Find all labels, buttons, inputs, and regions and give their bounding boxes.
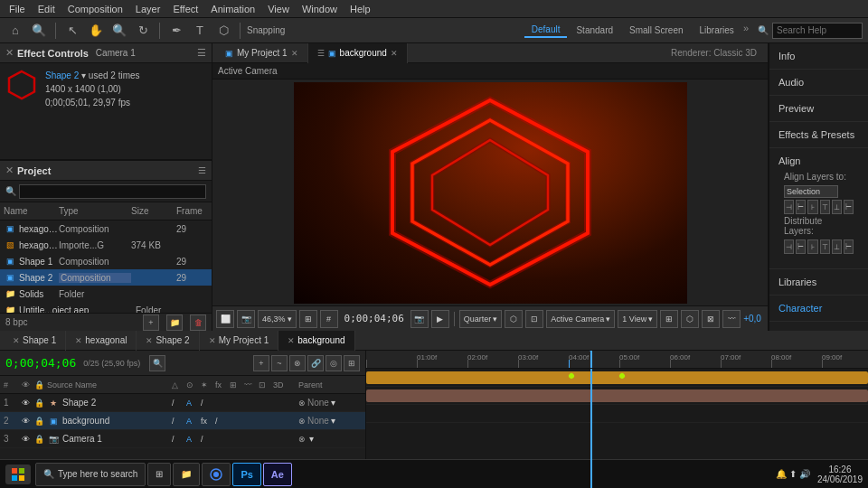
- new-folder-btn[interactable]: 📁: [166, 314, 183, 331]
- vc-snap-btn[interactable]: ⊠: [702, 310, 720, 328]
- quality-dropdown[interactable]: Quarter ▾: [459, 310, 503, 328]
- comp-tab-background[interactable]: ☰ ▣ background ✕: [308, 43, 408, 63]
- toolbar-text[interactable]: T: [190, 21, 210, 41]
- vc-fit-btn[interactable]: ⊞: [299, 310, 317, 328]
- dist-center-h-btn[interactable]: ⊢: [796, 239, 806, 254]
- track-row-3[interactable]: [366, 405, 868, 423]
- proj-item-shape2[interactable]: ▣ Shape 2 Composition 29: [0, 269, 212, 286]
- taskbar-explorer[interactable]: 📁: [173, 463, 200, 486]
- lock-1[interactable]: 🔒: [34, 399, 47, 408]
- ec-menu[interactable]: ☰: [197, 47, 206, 59]
- proj-item-hexagonal[interactable]: ▣ hexagonal Composition 29: [0, 221, 212, 237]
- workspace-more[interactable]: »: [743, 23, 749, 38]
- align-top-btn[interactable]: ⊤: [820, 200, 830, 214]
- proj-item-untitled[interactable]: 📁 Untitle...oject.aep Folder: [0, 302, 212, 313]
- project-search-input[interactable]: [19, 184, 206, 199]
- rp-align[interactable]: Align Align Layers to: ⊣ ⊢ ⊦ ⊤ ⊥ ⊢ Distr…: [769, 148, 868, 269]
- lock-3[interactable]: 🔒: [34, 435, 47, 444]
- sw-qual-2[interactable]: /: [215, 417, 228, 426]
- vc-transform-btn[interactable]: ⊞: [660, 310, 678, 328]
- toolbar-rotate[interactable]: ↻: [133, 21, 153, 41]
- vis-toggle-2[interactable]: 👁: [22, 417, 34, 426]
- tl-close-bg[interactable]: ✕: [288, 336, 295, 345]
- sw-qual-3[interactable]: /: [201, 435, 213, 444]
- tl-solo-btn[interactable]: ◎: [326, 355, 342, 371]
- tl-layer-1[interactable]: 1 👁 🔒 ★ Shape 2 / A / ⊗ None ▾: [0, 394, 365, 412]
- sw-3d-3[interactable]: A: [186, 435, 199, 444]
- dist-center-v-btn[interactable]: ⊥: [832, 239, 842, 254]
- vc-camera-2[interactable]: 📷: [410, 310, 429, 328]
- dist-right-btn[interactable]: ⊦: [807, 239, 817, 254]
- rp-preview[interactable]: Preview: [769, 96, 868, 122]
- tl-layer-3[interactable]: 3 👁 🔒 📷 Camera 1 / A / ⊗ ▾: [0, 430, 365, 448]
- align-bottom-btn[interactable]: ⊢: [844, 200, 854, 214]
- tl-close-myproj[interactable]: ✕: [209, 336, 216, 345]
- tl-search-btn[interactable]: 🔍: [149, 355, 165, 371]
- tl-curves-btn[interactable]: ~: [271, 355, 288, 371]
- sw-fx-2[interactable]: fx: [201, 417, 213, 426]
- toolbar-hand[interactable]: ✋: [86, 21, 106, 41]
- workspace-libraries[interactable]: Libraries: [693, 23, 741, 38]
- vc-motion-btn[interactable]: 〰: [722, 310, 741, 328]
- camera-dropdown[interactable]: Active Camera ▾: [546, 310, 615, 328]
- align-center-v-btn[interactable]: ⊥: [832, 200, 842, 214]
- tl-tab-myproj1[interactable]: ✕ My Project 1: [200, 331, 279, 351]
- workspace-standard[interactable]: Standard: [569, 23, 620, 38]
- comp-tab-close-1[interactable]: ✕: [291, 49, 298, 58]
- taskbar-task-view[interactable]: ⊞: [147, 463, 171, 486]
- proj-close[interactable]: ✕: [5, 164, 14, 176]
- menu-window[interactable]: Window: [297, 2, 343, 16]
- comp-tab-myproject[interactable]: ▣ My Project 1 ✕: [216, 43, 308, 63]
- menu-animation[interactable]: Animation: [205, 2, 260, 16]
- toolbar-search[interactable]: 🔍: [29, 21, 49, 41]
- proj-item-hexjpg[interactable]: ▧ hexagonal.jpg Importe...G 374 KB: [0, 237, 212, 253]
- rp-audio[interactable]: Audio: [769, 70, 868, 96]
- taskbar-ae[interactable]: Ae: [263, 463, 292, 486]
- vc-camera-btn[interactable]: 📷: [237, 310, 255, 328]
- taskbar-search-btn[interactable]: 🔍 Type here to search: [35, 463, 146, 486]
- rp-libraries[interactable]: Libraries: [769, 269, 868, 296]
- toolbar-zoom-tool[interactable]: 🔍: [109, 21, 129, 41]
- align-center-h-btn[interactable]: ⊢: [796, 200, 806, 214]
- rp-character[interactable]: Character: [769, 296, 868, 322]
- dist-left-btn[interactable]: ⊣: [784, 239, 794, 254]
- dist-bottom-btn[interactable]: ⊢: [844, 239, 854, 254]
- sw-qual-1[interactable]: /: [201, 399, 213, 408]
- vc-toggle-btn[interactable]: ⊡: [525, 310, 543, 328]
- tl-link-btn[interactable]: 🔗: [307, 355, 324, 371]
- tl-tab-bg[interactable]: ✕ background: [278, 331, 354, 351]
- vc-zoom-dropdown[interactable]: 46,3% ▾: [258, 310, 297, 328]
- toolbar-pen[interactable]: ✒: [166, 21, 186, 41]
- start-button[interactable]: [5, 465, 31, 484]
- tl-more-btn[interactable]: ⊞: [344, 355, 360, 371]
- proj-item-solids[interactable]: 📁 Solids Folder: [0, 286, 212, 302]
- align-left-btn[interactable]: ⊣: [784, 200, 794, 214]
- vc-render-btn[interactable]: ▶: [431, 310, 449, 328]
- tl-close-hex[interactable]: ✕: [75, 336, 82, 345]
- dist-top-btn[interactable]: ⊤: [820, 239, 830, 254]
- sw-3d-1[interactable]: A: [186, 399, 199, 408]
- view-dropdown[interactable]: 1 View ▾: [618, 310, 657, 328]
- toolbar-home[interactable]: ⌂: [5, 21, 25, 41]
- new-item-btn[interactable]: +: [143, 314, 159, 331]
- align-right-btn[interactable]: ⊦: [807, 200, 817, 214]
- parent-chevron-2[interactable]: ▾: [331, 416, 335, 426]
- delete-btn[interactable]: 🗑: [190, 314, 206, 331]
- toolbar-select[interactable]: ↖: [62, 21, 82, 41]
- tl-tab-shape2[interactable]: ✕ Shape 2: [137, 331, 199, 351]
- menu-view[interactable]: View: [262, 2, 295, 16]
- track-row-1[interactable]: [366, 369, 868, 387]
- sw-3d-2[interactable]: A: [186, 417, 199, 426]
- vis-toggle-3[interactable]: 👁: [22, 435, 34, 444]
- tl-tab-hexagonal[interactable]: ✕ hexagonal: [66, 331, 137, 351]
- tl-close-shape1[interactable]: ✕: [13, 336, 20, 345]
- toolbar-shape[interactable]: ⬡: [213, 21, 233, 41]
- vis-toggle-1[interactable]: 👁: [22, 399, 34, 408]
- track-row-2[interactable]: [366, 387, 868, 405]
- proj-item-shape1[interactable]: ▣ Shape 1 Composition 29: [0, 253, 212, 269]
- tl-tab-shape1[interactable]: ✕ Shape 1: [4, 331, 66, 351]
- workspace-default[interactable]: Default: [524, 23, 568, 38]
- parent-chevron-3[interactable]: ▾: [309, 434, 314, 444]
- align-selection-input[interactable]: [784, 185, 838, 198]
- menu-effect[interactable]: Effect: [167, 2, 203, 16]
